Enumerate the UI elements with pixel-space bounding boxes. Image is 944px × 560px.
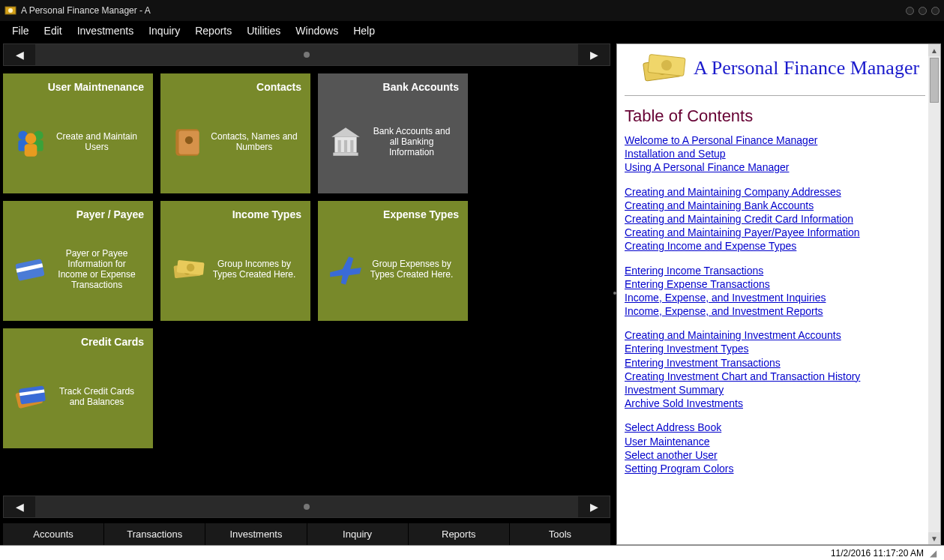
tile-title: Expense Types xyxy=(327,208,459,220)
tab-tools[interactable]: Tools xyxy=(510,523,610,545)
toc-heading: Table of Contents xyxy=(625,106,925,126)
menu-windows[interactable]: Windows xyxy=(288,22,346,39)
tab-investments[interactable]: Investments xyxy=(205,523,307,545)
toc: Welcome to A Personal Finance Manager In… xyxy=(625,133,925,475)
toc-link[interactable]: Installation and Setup xyxy=(625,147,925,160)
toc-link[interactable]: Entering Investment Types xyxy=(625,342,925,355)
client-area: ◀ ▶ User Maintnenance Create and Maintai… xyxy=(0,40,944,545)
tile-bank-accounts[interactable]: Bank Accounts Bank Accounts and all Bank… xyxy=(318,73,468,193)
svg-point-1 xyxy=(8,8,13,13)
tile-income-types[interactable]: Income Types Group Incomes by Types Crea… xyxy=(160,201,310,321)
bottom-nav-track[interactable] xyxy=(35,504,578,510)
svg-rect-15 xyxy=(350,140,353,153)
tile-credit-cards[interactable]: Credit Cards Track Credit Cards and Bala… xyxy=(3,328,153,448)
top-nav-next[interactable]: ▶ xyxy=(578,44,610,65)
scroll-down-icon[interactable]: ▼ xyxy=(928,532,940,544)
tile-title: Credit Cards xyxy=(12,336,144,348)
toc-link[interactable]: Investment Summary xyxy=(625,383,925,397)
plane-icon xyxy=(327,250,364,288)
help-logo-icon xyxy=(640,52,688,85)
page-indicator-icon xyxy=(304,504,310,510)
toc-link[interactable]: Creating and Maintaining Payer/Payee Inf… xyxy=(625,226,925,239)
page-indicator-icon xyxy=(304,52,310,58)
top-nav-prev[interactable]: ◀ xyxy=(4,44,35,65)
tile-desc: Contacts, Names and Numbers xyxy=(207,131,301,152)
help-scrollbar[interactable]: ▲ ▼ xyxy=(928,44,940,544)
menu-edit[interactable]: Edit xyxy=(37,22,70,39)
tile-title: Contacts xyxy=(169,81,301,93)
top-nav-track[interactable] xyxy=(35,52,578,58)
svg-point-10 xyxy=(185,136,193,144)
help-pane: A Personal Finance Manager Table of Cont… xyxy=(616,43,941,545)
money-icon xyxy=(169,250,207,288)
tile-title: User Maintnenance xyxy=(12,81,144,93)
statusbar: 11/2/2016 11:17:20 AM ◢ xyxy=(0,545,944,560)
tile-grid: User Maintnenance Create and Maintain Us… xyxy=(3,66,610,496)
svg-rect-7 xyxy=(25,144,37,157)
tab-reports[interactable]: Reports xyxy=(409,523,510,545)
toc-link[interactable]: Entering Income Transactions xyxy=(625,264,925,277)
titlebar: A Personal Finance Manager - A xyxy=(0,0,944,21)
tile-title: Income Types xyxy=(169,208,301,220)
svg-rect-16 xyxy=(333,153,358,156)
close-button[interactable] xyxy=(931,7,940,15)
window-buttons xyxy=(906,7,940,15)
help-content: A Personal Finance Manager Table of Cont… xyxy=(617,44,940,490)
tile-payer-payee[interactable]: Payer / Payee Payer or Payee Information… xyxy=(3,201,153,321)
tile-contacts[interactable]: Contacts Contacts, Names and Numbers xyxy=(160,73,310,193)
creditcard-icon xyxy=(12,378,49,415)
tile-title: Bank Accounts xyxy=(327,81,459,93)
toc-link[interactable]: Creating Investment Chart and Transactio… xyxy=(625,370,925,383)
menubar: File Edit Investments Inquiry Reports Ut… xyxy=(0,21,944,40)
tile-desc: Group Incomes by Types Created Here. xyxy=(207,259,301,280)
tile-desc: Create and Maintain Users xyxy=(49,131,144,152)
svg-rect-13 xyxy=(338,140,341,153)
app-icon xyxy=(4,4,16,16)
toc-link[interactable]: Setting Program Colors xyxy=(625,462,925,475)
top-nav-strip: ◀ ▶ xyxy=(3,43,610,66)
menu-file[interactable]: File xyxy=(4,22,37,39)
toc-link[interactable]: Using A Personal Finance Manager xyxy=(625,160,925,174)
maximize-button[interactable] xyxy=(919,7,927,15)
svg-rect-14 xyxy=(344,140,347,153)
menu-utilities[interactable]: Utilities xyxy=(239,22,288,39)
tile-desc: Bank Accounts and all Banking Informatio… xyxy=(364,126,459,157)
resize-grip-icon[interactable]: ◢ xyxy=(930,548,937,559)
toc-link[interactable]: Creating and Maintaining Company Address… xyxy=(625,185,925,199)
minimize-button[interactable] xyxy=(906,7,914,15)
tab-inquiry[interactable]: Inquiry xyxy=(307,523,409,545)
toc-link[interactable]: Entering Investment Transactions xyxy=(625,356,925,370)
tile-desc: Track Credit Cards and Balances xyxy=(49,386,144,407)
scroll-thumb[interactable] xyxy=(930,58,939,103)
menu-reports[interactable]: Reports xyxy=(187,22,239,39)
tab-accounts[interactable]: Accounts xyxy=(3,523,104,545)
toc-link[interactable]: User Maintenance xyxy=(625,435,925,448)
toc-link[interactable]: Creating and Maintaining Investment Acco… xyxy=(625,328,925,342)
toc-link[interactable]: Income, Expense, and Investment Reports xyxy=(625,304,925,318)
bottom-nav-prev[interactable]: ◀ xyxy=(4,496,35,517)
menu-inquiry[interactable]: Inquiry xyxy=(141,22,187,39)
bottom-nav-next[interactable]: ▶ xyxy=(578,496,610,517)
toc-link[interactable]: Creating and Maintaining Credit Card Inf… xyxy=(625,212,925,226)
help-title: A Personal Finance Manager xyxy=(694,58,919,79)
toc-link[interactable]: Entering Expense Transactions xyxy=(625,277,925,291)
category-tabbar: Accounts Transactions Investments Inquir… xyxy=(3,523,610,545)
menu-help[interactable]: Help xyxy=(346,22,382,39)
toc-link[interactable]: Archive Sold Investments xyxy=(625,397,925,410)
bottom-nav-strip: ◀ ▶ xyxy=(3,496,610,518)
toc-link[interactable]: Creating and Maintaining Bank Accounts xyxy=(625,199,925,212)
toc-link[interactable]: Creating Income and Expense Types xyxy=(625,239,925,253)
status-datetime: 11/2/2016 11:17:20 AM xyxy=(831,548,924,559)
tab-transactions[interactable]: Transactions xyxy=(104,523,205,545)
toc-link[interactable]: Select another User xyxy=(625,448,925,462)
menu-investments[interactable]: Investments xyxy=(70,22,141,39)
contacts-icon xyxy=(169,123,207,160)
card-icon xyxy=(12,250,49,288)
scroll-up-icon[interactable]: ▲ xyxy=(928,44,940,56)
tile-expense-types[interactable]: Expense Types Group Expenses by Types Cr… xyxy=(318,201,468,321)
toc-link[interactable]: Select Address Book xyxy=(625,421,925,434)
toc-link[interactable]: Income, Expense, and Investment Inquirie… xyxy=(625,291,925,304)
toc-link[interactable]: Welcome to A Personal Finance Manager xyxy=(625,133,925,147)
tile-desc: Payer or Payee Information for Income or… xyxy=(49,248,144,290)
tile-user-maintenance[interactable]: User Maintnenance Create and Maintain Us… xyxy=(3,73,153,193)
